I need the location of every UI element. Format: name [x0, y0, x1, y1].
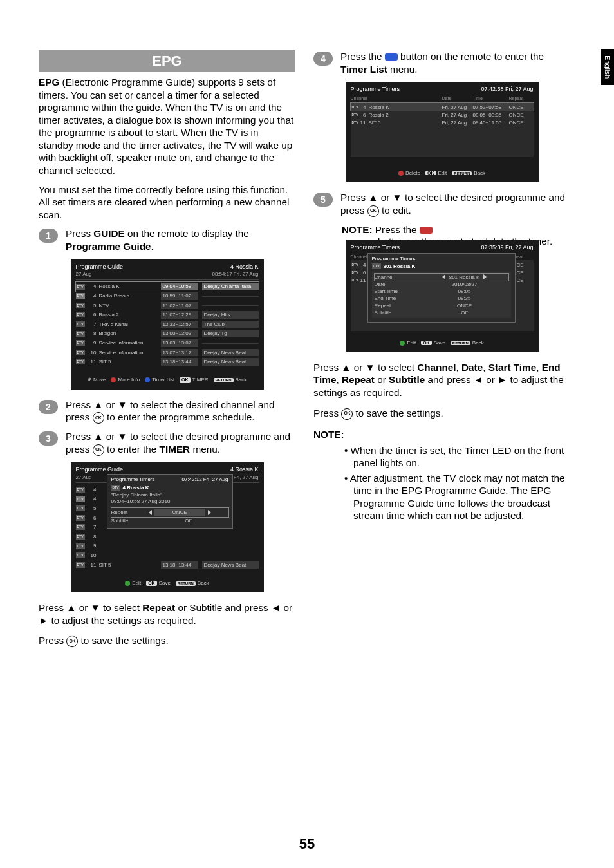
step-badge-3: 3: [39, 431, 58, 446]
popup-programme: "Deejay Chiama Italia": [111, 492, 228, 498]
pg-row[interactable]: 5NTV11:02~11:07: [76, 301, 259, 310]
edit-row-repeat[interactable]: RepeatONCE: [375, 302, 508, 309]
pg-current-channel: 4 Rossia K: [230, 263, 259, 270]
edit-row-date[interactable]: Date2010/08/27: [375, 281, 508, 288]
popup-channel: 801 Rossia K: [384, 263, 416, 269]
pg-row[interactable]: 9Service Information.13:03~13:07: [76, 338, 259, 348]
popup-time-range: 09:04~10:58 27 Aug 2010: [111, 498, 228, 505]
pg-clock: 08:54:17 Fri, 27 Aug: [212, 271, 258, 278]
pg-row[interactable]: 11SIT 513:18~13:44Deejay News Beat: [76, 357, 259, 367]
step-4-text: Press the button on the remote to enter …: [340, 50, 570, 75]
dtv-icon: [76, 359, 85, 364]
dtv-icon: [351, 262, 360, 268]
dtv-icon: [76, 562, 85, 568]
note-bullet-1: When the timer is set, the Timer LED on …: [344, 444, 570, 469]
left-arrow-icon[interactable]: [442, 274, 445, 279]
pg-date: 27 Aug: [76, 271, 92, 278]
ok-icon: OK: [93, 412, 104, 424]
popup-title: Programme Timers: [372, 256, 511, 261]
step-badge-5: 5: [313, 193, 333, 207]
dtv-icon: [351, 270, 360, 276]
edit-row-subtitle[interactable]: SubtitleOff: [375, 309, 508, 316]
popup-repeat-row[interactable]: Repeat ONCE: [111, 508, 228, 517]
pt-footer: Edit OKSave RETURNBack: [351, 340, 534, 346]
dtv-icon: [76, 303, 85, 308]
screenshot-programme-timers-edit: Programme Timers 07:35:39 Fri, 27 Aug Ch…: [346, 240, 539, 352]
blue-button-icon: [385, 53, 398, 61]
section-heading-epg: EPG: [39, 50, 295, 72]
ok-icon: OK: [93, 444, 104, 456]
note-heading: NOTE:: [313, 429, 570, 440]
step-badge-2: 2: [39, 400, 58, 414]
programme-timers-edit-popup: Programme Timers 801 Rossia K Channel801…: [367, 253, 516, 323]
pg-date: 27 Aug: [76, 475, 92, 481]
timer-row[interactable]: 4Rossia KFri, 27 Aug07:52~07:58ONCE: [351, 103, 534, 111]
step-3-text: Press ▲ or ▼ to select the desired progr…: [66, 430, 295, 456]
epg-abbrev: EPG: [39, 77, 59, 88]
step3-followup-2: Press OK to save the settings.: [39, 634, 295, 647]
dtv-icon: [76, 534, 85, 540]
dtv-icon: [351, 120, 360, 126]
edit-row-start-time[interactable]: Start Time08:05: [375, 288, 508, 295]
timer-row[interactable]: 11SIT 5Fri, 27 Aug09:45~11:55ONCE: [351, 118, 534, 126]
dtv-icon: [76, 350, 85, 355]
screenshot-programme-guide: Programme Guide 4 Rossia K 27 Aug 08:54:…: [71, 259, 264, 390]
pg-row[interactable]: 7TRK 5 Kanal12:33~12:57The Club: [76, 319, 259, 329]
pt-title: Programme Timers: [351, 244, 400, 250]
pg-title: Programme Guide: [76, 263, 124, 270]
screenshot-programme-timers-list: Programme Timers 07:42:58 Fri, 27 Aug Ch…: [346, 82, 539, 182]
pg-footer: Edit OKSave RETURNBack: [76, 580, 259, 587]
ok-icon: OK: [66, 636, 78, 647]
dtv-icon: [76, 321, 85, 327]
pg-current-channel: 4 Rossia K: [230, 466, 259, 473]
epg-intro-paragraph: EPG (Electronic Programme Guide) support…: [39, 76, 295, 177]
pt-footer: Delete OKEdit RETURNBack: [351, 170, 534, 176]
dtv-icon: [76, 284, 85, 290]
dtv-icon: [76, 340, 85, 346]
pt-title: Programme Timers: [351, 86, 400, 92]
pt-columns: Channel Date Time Repeat: [351, 95, 534, 102]
red-button-icon: [420, 227, 433, 234]
pg-footer: ⊕ Move More Info Timer List OKTIMER RETU…: [76, 377, 259, 383]
epg-warning-paragraph: You must set the time correctly before u…: [39, 184, 295, 222]
pg-row[interactable]: 6Rossia 211:07~12:29Deejay Hits: [76, 310, 259, 320]
dtv-icon: [76, 331, 85, 337]
right-arrow-icon[interactable]: [208, 510, 211, 515]
ok-icon: OK: [341, 408, 353, 420]
pg-row[interactable]: 4Radio Rossia10:59~11:02: [76, 292, 259, 301]
page-number: 55: [0, 836, 614, 853]
pg-row[interactable]: 4Rossia K09:04~10:58Deejay Chiama Italia: [76, 282, 259, 292]
right-arrow-icon[interactable]: [483, 274, 487, 279]
step5-followup-1: Press ▲ or ▼ to select Channel, Date, St…: [313, 361, 570, 399]
popup-subtitle-row[interactable]: Subtitle Off: [111, 517, 228, 525]
pg-row[interactable]: 8Bibigon13:00~13:03Deejay Tg: [76, 329, 259, 339]
edit-row-channel[interactable]: Channel801 Rossia K: [375, 274, 508, 281]
dtv-icon: [351, 112, 360, 118]
screenshot-programme-guide-timer-popup: Programme Guide 4 Rossia K 27 Aug 08:54:…: [71, 462, 264, 592]
pg-row: 9..: [76, 542, 259, 551]
pt-clock: 07:42:58 Fri, 27 Aug: [481, 86, 533, 92]
dtv-icon: [76, 552, 85, 558]
timer-row[interactable]: 6Rossia 2Fri, 27 Aug08:05~08:35ONCE: [351, 111, 534, 118]
dtv-icon: [111, 485, 120, 491]
popup-channel: 4 Rossia K: [123, 485, 149, 491]
left-arrow-icon[interactable]: [149, 510, 152, 515]
step-5-text: Press ▲ or ▼ to select the desired progr…: [340, 191, 570, 217]
pt-clock: 07:35:39 Fri, 27 Aug: [481, 244, 533, 250]
pg-row[interactable]: 10Service Information.13:07~13:17Deejay …: [76, 348, 259, 357]
step3-followup-1: Press ▲ or ▼ to select Repeat or Subtitl…: [39, 601, 295, 627]
dtv-icon: [76, 515, 85, 521]
ok-icon: OK: [367, 205, 379, 217]
edit-row-end-time[interactable]: End Time08:35: [375, 295, 508, 302]
step5-followup-2: Press OK to save the settings.: [313, 407, 570, 420]
dtv-icon: [76, 293, 85, 299]
dtv-icon: [351, 104, 360, 110]
note-bullet-2: After adjustment, the TV clock may not m…: [344, 472, 570, 522]
step-badge-4: 4: [313, 52, 333, 66]
dtv-icon: [76, 312, 85, 317]
popup-clock: 07:42:12 Fri, 27 Aug: [181, 476, 228, 483]
dtv-icon: [351, 278, 360, 283]
popup-title: Programme Timers: [111, 476, 155, 483]
programme-timers-popup: Programme Timers 07:42:12 Fri, 27 Aug 4 …: [107, 474, 233, 529]
dtv-icon: [76, 505, 85, 511]
